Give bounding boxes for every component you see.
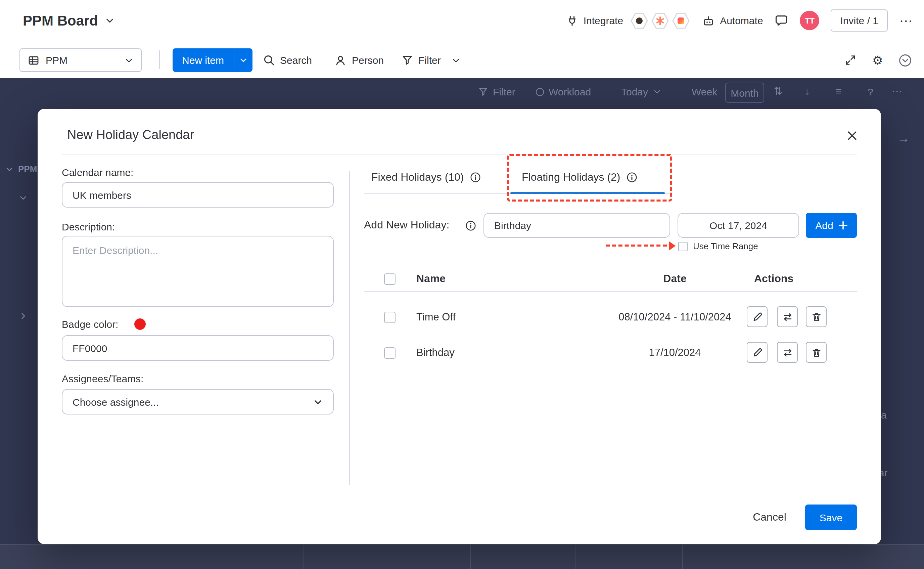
delete-holiday-button[interactable] [806, 306, 827, 327]
delete-holiday-button[interactable] [806, 342, 827, 363]
add-holiday-button[interactable]: Add [806, 213, 857, 238]
date-column-header: Date [608, 273, 742, 285]
bg-group-label: PPM [5, 164, 37, 174]
search-label: Search [280, 55, 312, 66]
swap-holiday-button[interactable] [777, 306, 798, 327]
holiday-name-input[interactable] [484, 213, 670, 238]
tab-fixed-holidays[interactable]: Fixed Holidays (10) [371, 171, 481, 183]
apps-app-icon[interactable] [671, 11, 691, 30]
toolbar-divider [159, 50, 160, 69]
search-button[interactable]: Search [263, 49, 312, 72]
calendar-name-input[interactable] [62, 182, 334, 208]
collapse-header-icon[interactable] [898, 53, 912, 67]
bg-today-button: Today [621, 86, 662, 97]
header-actions: Integrate Automate [566, 0, 913, 41]
column-divider [349, 170, 350, 485]
chat-button[interactable] [775, 14, 789, 27]
active-tab-underline [510, 192, 665, 194]
person-icon [334, 54, 346, 66]
integrate-icon [566, 14, 578, 27]
invite-button[interactable]: Invite / 1 [831, 9, 888, 32]
integration-apps [629, 11, 691, 30]
fullscreen-icon[interactable] [844, 54, 857, 67]
table-view-icon [27, 54, 39, 66]
bg-filter-button: Filter [478, 86, 515, 97]
use-time-range-label: Use Time Range [693, 241, 758, 251]
assignee-select-value: Choose assignee... [73, 396, 159, 408]
bg-settings-icon: ≡ [835, 86, 842, 97]
holiday-date-cell: 08/10/2024 - 11/10/2024 [574, 311, 775, 323]
swap-holiday-button[interactable] [777, 342, 798, 363]
bg-sort-icon: ⇅ [774, 86, 783, 97]
header-more-options-icon[interactable]: ⋯ [899, 14, 913, 27]
holiday-name-cell: Birthday [416, 347, 455, 359]
edit-holiday-button[interactable] [747, 306, 768, 327]
save-button[interactable]: Save [805, 505, 857, 530]
select-all-checkbox[interactable] [384, 274, 396, 285]
bg-bottom-strip [0, 544, 924, 569]
close-icon[interactable] [845, 129, 859, 142]
settings-gear-icon[interactable]: ⚙ [872, 54, 883, 66]
holiday-date-cell: 17/10/2024 [574, 347, 775, 359]
bg-expand-caret-icon [19, 312, 27, 321]
page-title: PPM Board [23, 12, 98, 29]
automate-label: Automate [720, 15, 763, 26]
integrate-label: Integrate [584, 15, 623, 26]
mailchimp-app-icon[interactable] [629, 11, 649, 30]
fixed-holidays-info-icon[interactable] [470, 172, 481, 183]
use-time-range-checkbox[interactable] [678, 242, 687, 251]
cancel-button[interactable]: Cancel [741, 511, 798, 523]
automate-button[interactable]: Automate [702, 14, 763, 27]
row-checkbox[interactable] [384, 347, 396, 359]
new-item-button[interactable]: New item [173, 49, 252, 72]
person-button[interactable]: Person [334, 49, 384, 72]
view-selector[interactable]: PPM [20, 49, 142, 72]
workload-icon [536, 88, 544, 96]
table-header-divider [364, 291, 857, 292]
board-title-caret-icon[interactable] [105, 15, 115, 26]
integrate-button[interactable]: Integrate [566, 14, 623, 27]
bg-download-icon: ↓ [804, 86, 810, 97]
view-caret-icon [124, 55, 134, 65]
bg-workload-button: Workload [536, 86, 591, 97]
filter-icon [402, 55, 413, 66]
board-toolbar: PPM New item Search Person [0, 41, 924, 78]
board-title-wrap[interactable]: PPM Board [23, 0, 115, 41]
assignee-select[interactable]: Choose assignee... [62, 389, 334, 414]
badge-color-input[interactable] [62, 335, 334, 361]
holiday-date-input[interactable] [678, 213, 799, 238]
bg-help-button: ? [868, 86, 873, 97]
holiday-name-cell: Time Off [416, 311, 456, 323]
bg-next-arrow-icon: → [897, 132, 910, 145]
hubspot-app-icon[interactable] [650, 11, 670, 30]
name-column-header: Name [416, 273, 446, 285]
dialog-title-divider [62, 155, 857, 155]
actions-column-header: Actions [754, 273, 794, 285]
filter-caret-icon [452, 55, 461, 65]
description-label: Description: [62, 221, 115, 233]
avatar[interactable]: TT [800, 11, 819, 30]
screen: PPM Board Integrate [0, 0, 924, 569]
annotation-arrow [606, 241, 675, 251]
row-checkbox[interactable] [384, 312, 396, 323]
calendar-name-label: Calendar name: [62, 167, 133, 178]
new-item-caret-icon[interactable] [234, 49, 252, 72]
person-label: Person [352, 55, 384, 66]
assignee-caret-icon [313, 397, 323, 407]
new-holiday-calendar-dialog: New Holiday Calendar Calendar name: Desc… [38, 109, 881, 544]
add-new-holiday-info-icon[interactable] [465, 221, 476, 231]
description-textarea[interactable] [62, 236, 334, 307]
bg-week-button: Week [692, 86, 717, 97]
app-header: PPM Board Integrate [0, 0, 924, 41]
edit-holiday-button[interactable] [747, 342, 768, 363]
filter-button[interactable]: Filter [402, 49, 461, 72]
floating-holidays-info-icon[interactable] [626, 172, 637, 183]
search-icon [263, 55, 275, 66]
add-new-holiday-label: Add New Holiday: [364, 219, 449, 231]
bg-more-options-icon: ⋯ [892, 86, 903, 97]
toolbar-right-actions: ⚙ [844, 49, 912, 72]
badge-color-swatch [134, 318, 146, 330]
new-item-label[interactable]: New item [173, 49, 233, 72]
automate-robot-icon [702, 14, 715, 27]
tab-floating-holidays[interactable]: Floating Holidays (2) [522, 171, 637, 183]
